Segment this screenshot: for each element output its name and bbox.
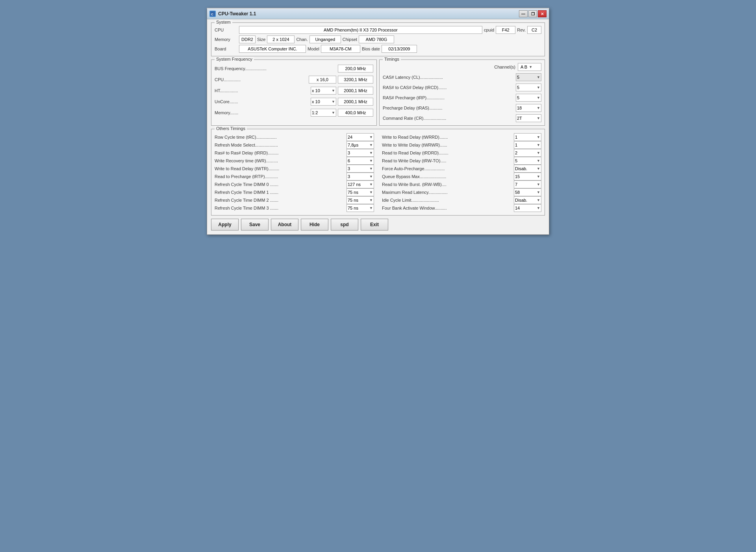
other-select[interactable]: 75 ns▼ xyxy=(346,196,374,204)
apply-button[interactable]: Apply xyxy=(211,219,239,230)
memory-type: DDR2 xyxy=(239,35,256,43)
other-select[interactable]: 6▼ xyxy=(346,157,374,165)
other-label: Refresh Cycle Time DIMM 2 ....... xyxy=(215,198,345,203)
uncore-dropdown-arrow: ▼ xyxy=(332,100,335,104)
exit-button[interactable]: Exit xyxy=(361,219,388,230)
dropdown-arrow-icon: ▼ xyxy=(369,206,373,210)
chan-label: Chan. xyxy=(296,37,308,42)
cpu-mult: x 16,0 xyxy=(309,76,336,84)
cpu-freq-value: 3200,1 MHz xyxy=(338,76,373,84)
other-select[interactable]: 75 ns▼ xyxy=(346,204,374,212)
other-label: Read to Read Delay (tRDRD)........ xyxy=(382,151,512,155)
dropdown-arrow-icon: ▼ xyxy=(369,159,373,163)
channel-select[interactable]: A B ▼ xyxy=(518,63,541,71)
pre-delay-select[interactable]: 18 ▼ xyxy=(516,104,541,112)
other-row: Write Recovery time (tWR)..........6▼ xyxy=(215,157,374,165)
ras-cas-row: RAS# to CAS# Delay (tRCD)....... 5 ▼ xyxy=(383,84,541,91)
dropdown-arrow-icon: ▼ xyxy=(537,206,540,210)
cpuid-value: F42 xyxy=(496,26,515,34)
model-label: Model xyxy=(308,46,319,51)
other-label: Row Cycle time (tRC)................. xyxy=(215,135,345,139)
other-select[interactable]: 2▼ xyxy=(514,149,541,157)
board-label: Board xyxy=(215,46,237,51)
uncore-label: UnCore....... xyxy=(215,99,309,104)
ras-pre-row: RAS# Precharge (tRP)............... 5 ▼ xyxy=(383,94,541,102)
uncore-mult-value: x 10 xyxy=(312,99,320,104)
cas-select: 5 ▼ xyxy=(516,73,541,81)
other-row: Read to Write Burst. (tRW-WB)....7▼ xyxy=(382,180,541,188)
other-select[interactable]: 127 ns▼ xyxy=(346,180,374,188)
other-select[interactable]: Disab.▼ xyxy=(514,165,541,173)
board-row: Board ASUSTeK Computer INC. Model M3A78-… xyxy=(215,45,541,53)
dropdown-arrow-icon: ▼ xyxy=(537,190,540,194)
cmd-rate-select[interactable]: 2T ▼ xyxy=(516,114,541,122)
ht-dropdown-arrow: ▼ xyxy=(332,89,335,93)
pre-delay-value: 18 xyxy=(517,106,522,110)
other-select[interactable]: 58▼ xyxy=(514,188,541,196)
memory-ratio-select[interactable]: 1:2 ▼ xyxy=(311,109,336,117)
other-label: Queue Bypass Max...................... xyxy=(382,174,512,179)
other-select[interactable]: 5▼ xyxy=(514,157,541,165)
ras-pre-arrow: ▼ xyxy=(537,96,540,100)
other-select[interactable]: 3▼ xyxy=(346,165,374,173)
titlebar-left: C CPU-Tweaker 1.1 xyxy=(209,11,256,17)
restore-button[interactable]: ❐ xyxy=(528,10,537,17)
other-select[interactable]: 1▼ xyxy=(514,133,541,141)
bus-value: 200,0 MHz xyxy=(338,65,373,72)
other-select[interactable]: 7,8µs▼ xyxy=(346,141,374,149)
cas-value: 5 xyxy=(517,75,519,80)
minimize-button[interactable]: — xyxy=(519,10,528,17)
size-value: 2 x 1024 xyxy=(267,35,295,43)
other-label: Write to Read Delay (tWRRD)....... xyxy=(382,135,512,139)
freq-group: System Frequency BUS Frequency..........… xyxy=(211,59,377,126)
spd-button[interactable]: spd xyxy=(331,219,358,230)
timings-group: Timings Channel(s) A B ▼ CAS# Latency (C… xyxy=(379,59,545,126)
bios-value: 02/13/2009 xyxy=(382,45,417,53)
ras-pre-select[interactable]: 5 ▼ xyxy=(516,94,541,102)
cpuid-label: cpuid xyxy=(484,28,494,32)
ht-mult-select[interactable]: x 10 ▼ xyxy=(311,87,336,95)
others-left-col: Row Cycle time (tRC).................24▼… xyxy=(215,133,374,212)
cmd-rate-arrow: ▼ xyxy=(537,116,540,120)
other-select[interactable]: 3▼ xyxy=(346,173,374,180)
other-select[interactable]: 75 ns▼ xyxy=(346,188,374,196)
dropdown-arrow-icon: ▼ xyxy=(369,135,373,139)
about-button[interactable]: About xyxy=(271,219,298,230)
other-select[interactable]: 3▼ xyxy=(346,149,374,157)
bus-row: BUS Frequency.................. 200,0 MH… xyxy=(215,65,373,72)
memory-row: Memory DDR2 Size 2 x 1024 Chan. Unganged… xyxy=(215,35,541,43)
channel-label: Channel(s) xyxy=(494,65,515,69)
other-label: Read to Write Burst. (tRW-WB).... xyxy=(382,182,512,187)
other-label: Read to Write Delay (tRW-TO)..... xyxy=(382,158,512,163)
window-title: CPU-Tweaker 1.1 xyxy=(218,11,256,17)
other-select[interactable]: 15▼ xyxy=(514,173,541,180)
other-select[interactable]: 24▼ xyxy=(346,133,374,141)
ras-cas-label: RAS# to CAS# Delay (tRCD)....... xyxy=(383,85,514,90)
other-select[interactable]: 1▼ xyxy=(514,141,541,149)
ras-cas-select[interactable]: 5 ▼ xyxy=(516,84,541,91)
other-label: Refresh Cycle Time DIMM 3 ....... xyxy=(215,206,345,210)
other-row: Write to Read Delay (tWTR).........3▼ xyxy=(215,165,374,173)
hide-button[interactable]: Hide xyxy=(301,219,328,230)
uncore-mult-select[interactable]: x 10 ▼ xyxy=(311,98,336,106)
ht-label: HT............... xyxy=(215,88,309,93)
other-select[interactable]: 14▼ xyxy=(514,204,541,212)
cpu-label: CPU xyxy=(215,28,237,32)
cas-arrow: ▼ xyxy=(537,75,540,79)
dropdown-arrow-icon: ▼ xyxy=(369,190,373,194)
ht-mult-value: x 10 xyxy=(312,88,320,93)
other-select[interactable]: Disab.▼ xyxy=(514,196,541,204)
dropdown-arrow-icon: ▼ xyxy=(537,151,540,155)
cmd-rate-value: 2T xyxy=(517,116,522,121)
save-button[interactable]: Save xyxy=(241,219,269,230)
cpu-freq-row: CPU.............. x 16,0 3200,1 MHz xyxy=(215,76,373,84)
other-label: Write Recovery time (tWR).......... xyxy=(215,158,345,163)
cpu-value: AMD Phenom(tm) II X3 720 Processor xyxy=(239,26,482,34)
close-button[interactable]: ✕ xyxy=(538,10,547,17)
other-select[interactable]: 7▼ xyxy=(514,180,541,188)
other-row: Refresh Cycle Time DIMM 3 .......75 ns▼ xyxy=(215,204,374,212)
other-row: Read to Read Delay (tRDRD)........2▼ xyxy=(382,149,541,157)
rev-value: C2 xyxy=(527,26,541,34)
other-label: Refresh Cycle Time DIMM 0 ....... xyxy=(215,182,345,187)
pre-delay-row: Precharge Delay (tRAS)........... 18 ▼ xyxy=(383,104,541,112)
